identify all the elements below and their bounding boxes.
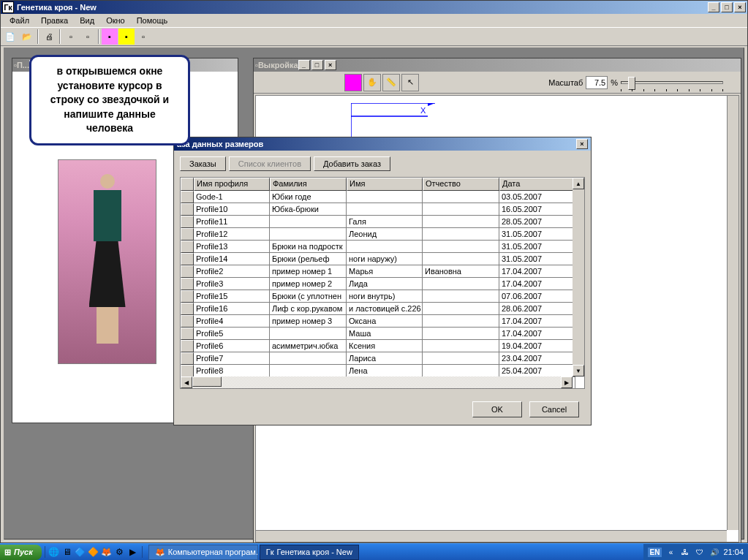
scroll-right-icon[interactable]: ▶ [561,377,573,388]
start-button[interactable]: ⊞ Пуск [0,545,42,560]
data-grid[interactable]: Имя профиля Фамилия Имя Отчество Дата Go… [180,177,585,389]
table-row[interactable]: Profile13Брюки на подростк31.05.2007 [181,241,584,253]
cell-name[interactable]: Оксана [347,315,423,328]
dialog-titlebar[interactable]: аза данных размеров × [174,137,591,151]
cell-surname[interactable]: Брюки на подростк [270,241,347,253]
cell-name[interactable]: Маша [347,328,423,340]
cell-surname[interactable]: пример номер 2 [270,278,347,290]
cancel-button[interactable]: Cancel [529,401,579,417]
cell-date[interactable]: 19.04.2007 [499,340,575,352]
cell-patronymic[interactable] [423,315,499,328]
cell-profile[interactable]: Profile6 [194,340,270,352]
cell-name[interactable]: ноги наружу) [347,253,423,265]
tool-color1-icon[interactable]: ▪ [102,29,118,45]
table-row[interactable]: Gode-1Юбки годе03.05.2007 [181,191,584,203]
cell-profile[interactable]: Profile16 [194,303,270,315]
grid-scrollbar-v[interactable]: ▲ ▼ [573,178,584,377]
cell-patronymic[interactable] [423,203,499,216]
cell-name[interactable]: Галя [347,216,423,228]
scale-input[interactable] [586,76,608,89]
tape-tool-icon[interactable]: 📏 [382,74,400,91]
cell-surname[interactable]: Лиф с кор.рукавом [270,303,347,315]
table-row[interactable]: Profile16Лиф с кор.рукавоми ластовицей с… [181,303,584,315]
cell-profile[interactable]: Profile15 [194,290,270,303]
table-row[interactable]: Profile2пример номер 1МарьяИвановна17.04… [181,265,584,278]
col-profile[interactable]: Имя профиля [194,178,270,191]
scroll-down-icon[interactable]: ▼ [573,365,584,377]
cell-name[interactable] [347,191,423,203]
tool-page2-icon[interactable]: ▫ [80,29,96,45]
minimize-button[interactable]: _ [708,2,719,12]
tab-clients[interactable]: Список клиентов [229,156,311,171]
tool-print-icon[interactable]: 🖨 [41,29,57,45]
tray-volume-icon[interactable]: 🔊 [709,546,720,558]
cell-profile[interactable]: Profile10 [194,203,270,216]
col-patronymic[interactable]: Отчество [423,178,499,191]
row-selector[interactable] [181,303,194,315]
task-app[interactable]: Гк Генетика кроя - New [260,545,359,560]
table-row[interactable]: Profile14Брюки (рельефноги наружу)31.05.… [181,253,584,265]
cell-profile[interactable]: Profile8 [194,365,270,377]
cell-date[interactable]: 28.06.2007 [499,303,575,315]
cell-name[interactable]: Леонид [347,228,423,241]
cell-date[interactable]: 17.04.2007 [499,328,575,340]
cell-patronymic[interactable] [423,303,499,315]
cell-patronymic[interactable] [423,253,499,265]
cell-surname[interactable]: Брюки (с уплотнен [270,290,347,303]
menu-window[interactable]: Окно [100,15,131,26]
cell-name[interactable]: и ластовицей с.226 [347,303,423,315]
ok-button[interactable]: OK [472,401,522,417]
tool-color2-icon[interactable]: ▪ [118,29,135,45]
table-row[interactable]: Profile15Брюки (с уплотненноги внутрь)07… [181,290,584,303]
cell-surname[interactable] [270,216,347,228]
cell-date[interactable]: 16.05.2007 [499,203,575,216]
table-row[interactable]: Profile5Маша17.04.2007 [181,328,584,340]
tab-add-order[interactable]: Добавить заказ [314,156,390,171]
cell-profile[interactable]: Profile12 [194,228,270,241]
table-row[interactable]: Profile12Леонид31.05.2007 [181,228,584,241]
cell-surname[interactable] [270,328,347,340]
ql-media-icon[interactable]: ▶ [127,546,139,558]
menu-view[interactable]: Вид [74,15,100,26]
pattern-titlebar[interactable]: ▫ Выкройка _ □ × [254,58,741,72]
cell-profile[interactable]: Profile2 [194,265,270,278]
cell-name[interactable] [347,241,423,253]
pattern-minimize-button[interactable]: _ [298,60,310,70]
cell-name[interactable]: ноги внутрь) [347,290,423,303]
row-selector[interactable] [181,365,194,377]
cell-date[interactable]: 25.04.2007 [499,365,575,377]
cell-patronymic[interactable] [423,278,499,290]
cell-date[interactable]: 31.05.2007 [499,228,575,241]
cell-surname[interactable]: Юбки годе [270,191,347,203]
tool-new-icon[interactable]: 📄 [2,29,18,45]
cell-surname[interactable]: пример номер 3 [270,315,347,328]
cell-patronymic[interactable]: Ивановна [423,265,499,278]
close-button[interactable]: × [734,2,746,12]
cell-date[interactable]: 03.05.2007 [499,191,575,203]
task-browser[interactable]: 🦊 Компьютерная програм... [148,545,258,560]
pattern-maximize-button[interactable]: □ [311,60,323,70]
cell-surname[interactable] [270,228,347,241]
row-selector[interactable] [181,253,194,265]
scroll-up-icon[interactable]: ▲ [573,178,584,189]
cell-patronymic[interactable] [423,352,499,365]
cell-patronymic[interactable] [423,365,499,377]
fill-tool-icon[interactable] [344,74,362,91]
cell-profile[interactable]: Profile11 [194,216,270,228]
table-row[interactable]: Profile8Лена25.04.2007 [181,365,584,377]
row-selector[interactable] [181,228,194,241]
col-name[interactable]: Имя [347,178,423,191]
cell-name[interactable]: Лена [347,365,423,377]
cell-date[interactable]: 31.05.2007 [499,241,575,253]
row-selector[interactable] [181,265,194,278]
row-selector[interactable] [181,278,194,290]
ql-app1-icon[interactable]: 🔷 [75,546,86,558]
pattern-close-button[interactable]: × [325,60,336,70]
cell-name[interactable]: Лариса [347,352,423,365]
cell-name[interactable]: Ксения [347,340,423,352]
cell-date[interactable]: 07.06.2007 [499,290,575,303]
language-indicator[interactable]: EN [648,548,662,557]
hand-tool-icon[interactable]: ✋ [363,74,381,91]
tool-color3-icon[interactable]: ▫ [135,29,151,45]
cell-surname[interactable] [270,352,347,365]
